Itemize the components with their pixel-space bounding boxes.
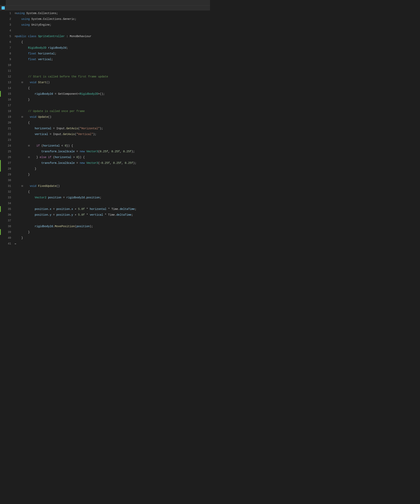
token-prop: rigidbody2d [35, 92, 53, 96]
token-fold[interactable]: ⊟ [15, 12, 16, 15]
token-num: 5.0f [78, 213, 85, 216]
gutter-mark [0, 206, 1, 212]
token-plain: { [15, 190, 30, 193]
file-tab[interactable] [0, 0, 6, 5]
token-fold[interactable]: ⊟ [21, 115, 23, 119]
code-line: ⊟ if (horizontal < 0}) { [14, 143, 210, 149]
token-plain: = [75, 162, 80, 165]
token-plain: * Time. [103, 213, 116, 216]
token-prop: position [77, 225, 90, 228]
code-editor: 1234567891011121314151617181920212223242… [0, 10, 210, 246]
token-kw3: if [48, 156, 51, 159]
code-line: } [14, 97, 210, 102]
token-prop: horizontal [38, 52, 55, 55]
token-num: 0.25f [125, 162, 133, 165]
token-prop: y [50, 213, 51, 216]
token-kw: class [28, 35, 36, 38]
token-plain: . [48, 213, 50, 216]
token-kw: new [80, 162, 85, 165]
token-prop: position [86, 196, 100, 199]
line-number: 38 [0, 223, 14, 229]
token-fold[interactable]: ⊟ [15, 35, 16, 38]
code-line: ⊟ void Start() [14, 79, 210, 85]
token-plain: ( [51, 156, 55, 159]
token-plain: ( [98, 150, 100, 153]
code-line [14, 200, 210, 206]
token-num: 0.25f [100, 150, 108, 153]
token-prop: horizontal [43, 144, 60, 147]
line-number: 25 [0, 149, 14, 154]
line-numbers: 1234567891011121314151617181920212223242… [0, 10, 14, 246]
token-plain: ✏ [15, 242, 16, 245]
line-number: 8 [0, 51, 14, 56]
token-kw3: if [36, 144, 40, 147]
token-plain [15, 110, 28, 113]
token-plain [15, 213, 35, 216]
token-cls: Vector3 [86, 150, 98, 153]
token-prop: rigidbody2d [35, 225, 53, 228]
code-line: ✏ [14, 241, 210, 246]
token-prop: position [56, 208, 70, 211]
token-plain: < [60, 144, 65, 147]
token-plain [36, 58, 38, 61]
token-comment: // Update is called once per frame [28, 110, 85, 113]
line-number: 40 [0, 235, 14, 241]
token-prop: vertical [90, 213, 103, 216]
gutter-mark [0, 160, 1, 166]
token-kw: new [80, 150, 85, 153]
token-fn: Start [38, 81, 47, 84]
token-fold[interactable]: ⊟ [28, 156, 30, 159]
code-line: ⊟ void Update() [14, 114, 210, 120]
token-kw: void [30, 185, 36, 188]
token-fn: GetAxis [63, 133, 75, 136]
token-plain: } [15, 98, 30, 101]
line-number: 34 [0, 200, 14, 206]
code-line: ⊟public class SpriteController : MonoBeh… [14, 33, 210, 39]
token-plain: . [70, 208, 71, 211]
line-number: 2 [0, 16, 14, 22]
code-line: position.y = position.y + 5.0f * vertica… [14, 212, 210, 218]
line-number: 6 [0, 39, 14, 45]
token-plain [36, 115, 38, 119]
code-line: ⊟ } else if (horizontal > 0}) { [14, 154, 210, 160]
token-num: 0 [65, 144, 66, 147]
token-plain: > [71, 156, 77, 159]
token-str: "Vertical" [77, 133, 93, 136]
line-number: 22 [0, 131, 14, 137]
line-number: 28 [0, 166, 14, 172]
token-fn: Update [38, 115, 48, 119]
token-num: 0.25f [113, 162, 121, 165]
token-plain: ); [133, 162, 136, 165]
token-plain: } [15, 236, 23, 240]
token-plain: () [48, 115, 51, 119]
token-prop: position [48, 196, 61, 199]
token-prop: x [50, 208, 51, 211]
code-line: } [14, 172, 210, 177]
code-line: float vertical; [14, 56, 210, 62]
token-plain [15, 18, 21, 21]
line-number: 11 [0, 68, 14, 74]
token-plain [26, 35, 28, 38]
token-kw: void [30, 81, 36, 84]
token-str: "Horizontal" [80, 127, 100, 130]
token-plain: { [15, 41, 23, 44]
code-line: vertical = Input.GetAxis("Vertical"); [14, 131, 210, 137]
token-fold[interactable]: ⊟ [21, 184, 23, 188]
token-prop: horizontal [55, 156, 71, 159]
token-punct: } [36, 156, 40, 159]
token-plain: . [56, 162, 58, 165]
code-line: position.x = position.x + 5.0f * horizon… [14, 206, 210, 212]
token-plain: ); [90, 225, 93, 228]
token-cls: Vector2 [35, 196, 47, 199]
line-number: 10 [0, 62, 14, 68]
line-number: 5 [0, 33, 14, 39]
breadcrumb-bar [0, 6, 210, 10]
code-line: // Start is called before the first fram… [14, 74, 210, 79]
gutter-mark [0, 166, 1, 172]
token-prop: transform [41, 150, 56, 153]
token-plain [15, 46, 28, 49]
token-plain: , [108, 150, 112, 153]
code-line: using System.Collections.Generic; [14, 16, 210, 22]
token-fold[interactable]: ⊟ [28, 144, 30, 147]
token-fold[interactable]: ⊟ [21, 81, 23, 84]
